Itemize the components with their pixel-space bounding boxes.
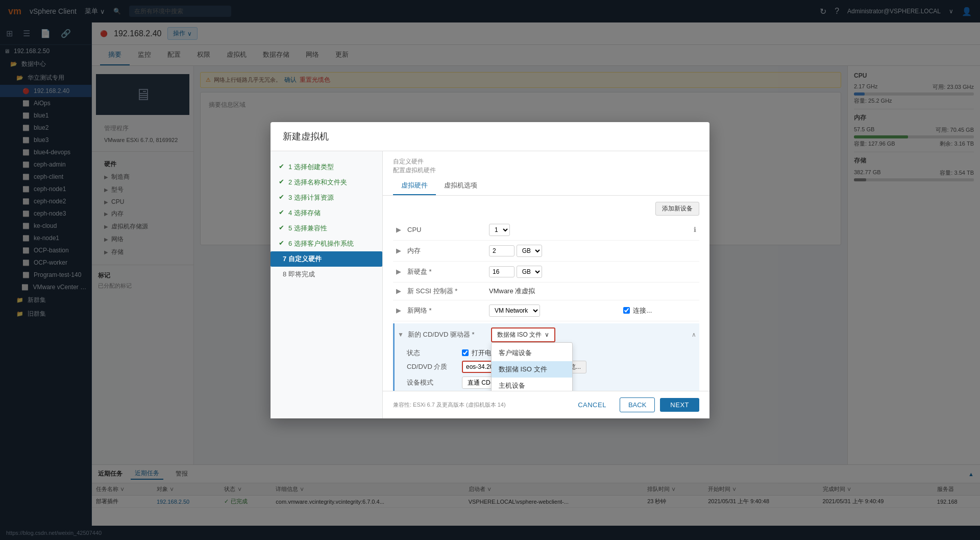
- modal-step-3_选择计算资源[interactable]: ✔3 选择计算资源: [271, 190, 382, 205]
- hw-row-network: ▶ 新网络 * VM Network: [393, 300, 699, 321]
- hw-row-cpu: ▶ CPU 1 2 4 ℹ: [393, 220, 699, 241]
- step-text-label: 3 选择计算资源: [288, 193, 334, 202]
- cdvd-option-datastore[interactable]: 数据储 ISO 文件: [492, 361, 572, 378]
- net-select[interactable]: VM Network: [489, 304, 540, 317]
- modal-main: 自定义硬件 配置虚拟机硬件 虚拟硬件 虚拟机选项 添加新设备: [383, 151, 709, 418]
- step-check-icon: ✔: [279, 162, 284, 170]
- disk-action: [620, 261, 699, 282]
- breadcrumb-1: 自定义硬件: [393, 157, 699, 166]
- back-button[interactable]: BACK: [620, 397, 655, 412]
- cdvd-dropdown-menu: 客户端设备 数据储 ISO 文件 主机设备: [491, 342, 573, 391]
- breadcrumb-2: 配置虚拟机硬件: [393, 166, 699, 175]
- hw-row-memory: ▶ 内存 GB MB: [393, 240, 699, 261]
- mem-label: 内存: [404, 240, 486, 261]
- cpu-info: ℹ: [620, 220, 699, 241]
- disk-value: GB: [486, 261, 620, 282]
- modal-step-5_选择兼容性[interactable]: ✔5 选择兼容性: [271, 221, 382, 236]
- step-check-icon: ✔: [279, 193, 284, 201]
- net-connect-text: 连接...: [633, 306, 652, 315]
- cdvd-collapse-icon[interactable]: ∧: [692, 331, 696, 338]
- modal-sidebar: ✔1 选择创建类型✔2 选择名称和文件夹✔3 选择计算资源✔4 选择存储✔5 选…: [271, 151, 383, 418]
- modal-body: ✔1 选择创建类型✔2 选择名称和文件夹✔3 选择计算资源✔4 选择存储✔5 选…: [271, 151, 709, 418]
- next-button[interactable]: NEXT: [660, 398, 699, 412]
- step-check-icon: ✔: [279, 208, 284, 216]
- cpu-label: CPU: [404, 220, 486, 241]
- net-value: VM Network: [486, 300, 620, 321]
- mem-expand[interactable]: ▶: [393, 240, 404, 261]
- cdvd-selected-label: 数据储 ISO 文件: [497, 331, 542, 339]
- hardware-table: ▶ CPU 1 2 4 ℹ: [393, 220, 699, 321]
- cdvd-dropdown: 数据储 ISO 文件 ∨ 客户端设备 数据储 ISO 文件 主机设备: [491, 327, 555, 342]
- hw-row-scsi: ▶ 新 SCSI 控制器 * VMware 准虚拟: [393, 282, 699, 300]
- mem-unit-select[interactable]: GB MB: [517, 245, 542, 257]
- step-check-icon: ✔: [279, 224, 284, 231]
- cdvd-header: ▼ 新的 CD/DVD 驱动器 * 数据储 ISO 文件 ∨ 客户端: [395, 323, 699, 346]
- cdvd-media-label: CD/DVD 介质: [407, 362, 458, 371]
- net-connect: 连接...: [620, 300, 699, 321]
- cpu-expand[interactable]: ▶: [393, 220, 404, 241]
- scsi-value: VMware 准虚拟: [486, 282, 620, 300]
- step-check-icon: ✔: [279, 239, 284, 247]
- cpu-value: 1 2 4: [486, 220, 620, 241]
- modal-scrollable: 添加新设备 ▶ CPU 1 2: [383, 196, 709, 391]
- disk-label: 新硬盘 *: [404, 261, 486, 282]
- modal-title: 新建虚拟机: [283, 130, 697, 143]
- scsi-label: 新 SCSI 控制器 *: [404, 282, 486, 300]
- scsi-expand[interactable]: ▶: [393, 282, 404, 300]
- net-connect-checkbox[interactable]: [623, 307, 630, 314]
- cdvd-section: ▼ 新的 CD/DVD 驱动器 * 数据储 ISO 文件 ∨ 客户端: [393, 323, 699, 391]
- modal-overlay: 新建虚拟机 ✔1 选择创建类型✔2 选择名称和文件夹✔3 选择计算资源✔4 选择…: [0, 0, 980, 540]
- net-expand[interactable]: ▶: [393, 300, 404, 321]
- disk-expand[interactable]: ▶: [393, 261, 404, 282]
- modal-tab-vhardware[interactable]: 虚拟硬件: [393, 177, 436, 195]
- new-vm-modal: 新建虚拟机 ✔1 选择创建类型✔2 选择名称和文件夹✔3 选择计算资源✔4 选择…: [271, 122, 709, 418]
- modal-tabs: 虚拟硬件 虚拟机选项: [383, 177, 709, 196]
- step-text-label: 5 选择兼容性: [288, 224, 327, 233]
- cpu-select[interactable]: 1 2 4: [489, 224, 510, 236]
- cdvd-name-label: 新的 CD/DVD 驱动器 *: [408, 330, 487, 339]
- cpu-info-icon: ℹ: [694, 226, 696, 233]
- disk-input[interactable]: [489, 266, 514, 277]
- cdvd-dropdown-button[interactable]: 数据储 ISO 文件 ∨: [491, 327, 555, 342]
- step-text-label: 1 选择创建类型: [288, 162, 334, 172]
- scsi-action: [620, 282, 699, 300]
- modal-step-8_即将完成[interactable]: 8 即将完成: [271, 267, 382, 282]
- modal-steps: ✔1 选择创建类型✔2 选择名称和文件夹✔3 选择计算资源✔4 选择存储✔5 选…: [271, 159, 382, 282]
- cdvd-status-checkbox[interactable]: [462, 349, 469, 356]
- mem-input[interactable]: [489, 245, 514, 256]
- modal-breadcrumb: 自定义硬件 配置虚拟机硬件: [383, 151, 709, 177]
- modal-footer: 兼容性: ESXi 6.7 及更高版本 (虚拟机版本 14) CANCEL BA…: [383, 391, 709, 418]
- step-text-label: 8 即将完成: [283, 270, 315, 279]
- modal-header: 新建虚拟机: [271, 122, 709, 151]
- net-label: 新网络 *: [404, 300, 486, 321]
- cdvd-dropdown-chevron-icon: ∨: [545, 331, 549, 338]
- step-check-icon: ✔: [279, 178, 284, 185]
- step-text-label: 7 自定义硬件: [283, 254, 322, 264]
- modal-step-6_选择客户机操作系统[interactable]: ✔6 选择客户机操作系统: [271, 236, 382, 251]
- mem-value: GB MB: [486, 240, 620, 261]
- modal-step-4_选择存储[interactable]: ✔4 选择存储: [271, 205, 382, 221]
- add-device-button[interactable]: 添加新设备: [655, 202, 699, 216]
- cdvd-expand-icon[interactable]: ▼: [398, 331, 404, 338]
- cdvd-status-label: 状态: [407, 348, 458, 358]
- compat-text: 兼容性: ESXi 6.7 及更高版本 (虚拟机版本 14): [393, 401, 506, 409]
- step-text-label: 6 选择客户机操作系统: [288, 239, 354, 248]
- mem-action: [620, 240, 699, 261]
- step-text-label: 4 选择存储: [288, 208, 321, 218]
- modal-step-2_选择名称和文件夹[interactable]: ✔2 选择名称和文件夹: [271, 175, 382, 190]
- disk-unit-select[interactable]: GB: [517, 266, 542, 278]
- cdvd-option-client[interactable]: 客户端设备: [492, 345, 572, 361]
- cdvd-mode-label: 设备模式: [407, 378, 458, 387]
- net-connect-label[interactable]: 连接...: [623, 306, 696, 315]
- hw-row-disk: ▶ 新硬盘 * GB: [393, 261, 699, 282]
- modal-step-7_自定义硬件[interactable]: 7 自定义硬件: [271, 251, 382, 267]
- cancel-button[interactable]: CANCEL: [570, 398, 615, 412]
- step-text-label: 2 选择名称和文件夹: [288, 178, 347, 187]
- modal-step-1_选择创建类型[interactable]: ✔1 选择创建类型: [271, 159, 382, 175]
- cdvd-option-host[interactable]: 主机设备: [492, 378, 572, 391]
- modal-tab-vmoptions[interactable]: 虚拟机选项: [436, 177, 485, 195]
